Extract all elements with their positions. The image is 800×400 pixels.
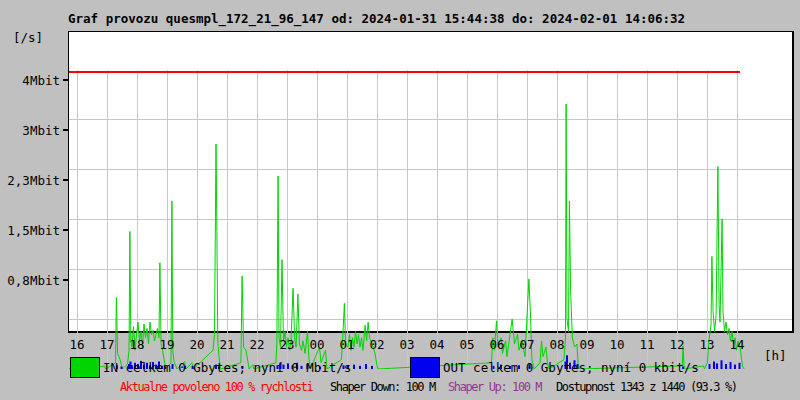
x-axis-hour-label: 23	[279, 337, 294, 352]
availability-text: Dostupnost 1343 z 1440 (93.3 %)	[556, 380, 737, 394]
legend-out-label: OUT celkem 0 Gbytes; nyní 0 kbit/s	[443, 360, 699, 375]
plot-area	[68, 31, 794, 333]
y-axis-unit-label: [/s]	[13, 30, 43, 45]
y-axis-tick-mark	[63, 179, 69, 181]
page-title: Graf provozu quesmpl_172_21_96_147 od: 2…	[68, 11, 685, 26]
x-axis-hour-label: 22	[249, 337, 264, 352]
x-axis-hour-label: 04	[429, 337, 444, 352]
x-axis-hour-label: 21	[219, 337, 234, 352]
x-axis-hour-label: 17	[99, 337, 114, 352]
x-axis-hour-label: 01	[339, 337, 354, 352]
y-axis-tick-label: 2,3Mbit	[0, 174, 60, 187]
y-axis-tick-label: 0,8Mbit	[0, 274, 60, 287]
x-axis-hour-label: 11	[639, 337, 654, 352]
x-axis-hour-label: 07	[519, 337, 534, 352]
x-axis-hour-label: 19	[159, 337, 174, 352]
shaper-down-text: Shaper Down: 100 M	[330, 380, 435, 394]
y-axis-tick-mark	[63, 229, 69, 231]
legend-in-label: IN celkem 0 Gbytes; nyní 0 Mbit/s	[103, 360, 351, 375]
shaper-up-text: Shaper Up: 100 M	[448, 380, 541, 394]
y-axis-tick-label: 4Mbit	[0, 74, 60, 87]
y-axis-tick-mark	[63, 279, 69, 281]
x-axis-unit-label: [h]	[764, 348, 787, 363]
out-traffic-bar	[365, 364, 367, 369]
out-traffic-bar	[739, 363, 741, 369]
out-traffic-bar	[725, 364, 727, 369]
y-axis-tick-label: 3Mbit	[0, 124, 60, 137]
out-traffic-bar	[371, 366, 373, 369]
out-traffic-bar	[713, 362, 715, 370]
x-axis-hour-label: 10	[609, 337, 624, 352]
x-axis-hour-label: 00	[309, 337, 324, 352]
allowed-speed-text: Aktualne povoleno 100 % rychlosti	[120, 380, 312, 394]
y-axis-tick-label: 1,5Mbit	[0, 224, 60, 237]
legend-in-swatch	[70, 357, 100, 378]
out-traffic-bar	[359, 366, 361, 369]
out-traffic-bar	[353, 365, 355, 369]
x-axis-hour-label: 12	[669, 337, 684, 352]
x-axis-hour-label: 02	[369, 337, 384, 352]
x-axis-hour-label: 14	[729, 337, 744, 352]
traffic-graph-window: { "title": "Graf provozu quesmpl_172_21_…	[0, 0, 800, 400]
x-axis-hour-label: 16	[69, 337, 84, 352]
out-traffic-bar	[734, 365, 736, 369]
out-traffic-bar	[721, 360, 723, 369]
x-axis-hour-label: 20	[189, 337, 204, 352]
out-traffic-bar	[730, 362, 732, 369]
y-axis-tick-mark	[63, 79, 69, 81]
traffic-chart	[69, 70, 792, 369]
legend-out-swatch	[410, 357, 440, 378]
x-axis-hour-label: 03	[399, 337, 414, 352]
x-axis-hour-label: 09	[579, 337, 594, 352]
x-axis-hour-label: 06	[489, 337, 504, 352]
x-axis-hour-label: 13	[699, 337, 714, 352]
out-traffic-bar	[709, 364, 711, 369]
x-axis-hour-label: 08	[549, 337, 564, 352]
x-axis-hour-label: 05	[459, 337, 474, 352]
out-traffic-bar	[716, 363, 718, 369]
y-axis-tick-mark	[63, 129, 69, 131]
x-axis-hour-label: 18	[129, 337, 144, 352]
